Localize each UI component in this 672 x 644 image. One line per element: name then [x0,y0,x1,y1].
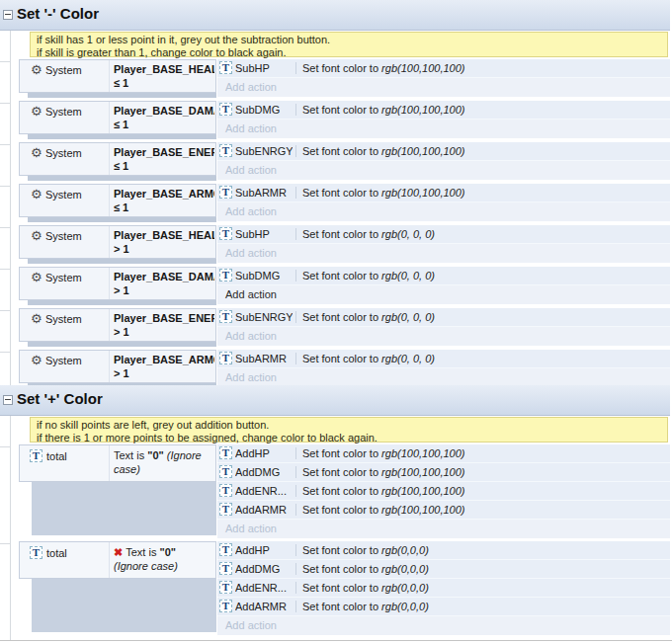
add-action-link[interactable]: Add action [217,244,670,263]
text-object-icon: T [219,600,232,612]
condition-shadow [28,342,216,347]
condition-text: Player_BASE_HEALTH ≤ 1 [114,62,214,90]
action-text: Set font color to rgb(100,100,100) [302,466,465,478]
action-row[interactable]: T SubHP Set font color to rgb(0, 0, 0) [217,225,670,244]
condition-object: ⚙ System [20,351,110,382]
sheet-bottom-divider [0,640,672,641]
action-object-name: SubDMG [235,270,293,282]
condition-text: Player_BASE_HEALTH > 1 [114,228,214,256]
action-row[interactable]: T SubENRGY Set font color to rgb(100,100… [217,142,670,161]
action-row[interactable]: T SubARMR Set font color to rgb(0, 0, 0) [217,350,670,368]
action-text: Set font color to rgb(0,0,0) [302,544,429,556]
text-object-icon: T [219,310,232,323]
condition-object-name: System [45,106,82,118]
condition-object-name: total [46,450,67,462]
text-object-icon: T [219,484,232,497]
condition-cell[interactable]: T total Text is "0" (Ignore case) [19,444,216,482]
condition-object-name: System [45,313,82,325]
event-row: ⚙ System Player_BASE_DAMAGE ≤ 1 T SubDMG… [0,101,672,142]
condition-shadow [28,134,216,139]
add-action-link[interactable]: Add action [217,616,670,635]
text-object-icon: T [219,269,232,282]
condition-object: T total [20,542,110,578]
action-row[interactable]: T SubDMG Set font color to rgb(100,100,1… [217,101,670,120]
action-row[interactable]: T SubDMG Set font color to rgb(0, 0, 0) [217,267,670,285]
event-row: ⚙ System Player_BASE_ENERGY ≤ 1 T SubENR… [0,142,672,184]
action-text: Set font color to rgb(0, 0, 0) [302,353,435,364]
condition-cell[interactable]: ⚙ System Player_BASE_HEALTH ≤ 1 [19,59,216,93]
action-object-name: SubENRGY [235,145,293,157]
comment-block[interactable]: if no skill points are left, grey out ad… [30,417,668,443]
comment-block[interactable]: if skill has 1 or less point in it, grey… [30,32,668,57]
condition-cell[interactable]: ⚙ System Player_BASE_HEALTH > 1 [19,225,216,259]
text-object-icon: T [219,562,232,575]
condition-cell[interactable]: ⚙ System Player_BASE_ARMOR > 1 [19,350,216,383]
condition-cell[interactable]: ⚙ System Player_BASE_DAMAGE > 1 [19,267,216,300]
action-row[interactable]: T SubHP Set font color to rgb(100,100,10… [217,59,670,78]
text-object-icon: T [30,449,42,462]
event-block: T total Text is "0" (Ignore case) T AddH… [0,444,672,538]
action-divider [295,582,296,594]
collapse-icon[interactable] [3,10,13,20]
condition-text: Player_BASE_ENERGY > 1 [114,311,214,339]
action-object-name: AddHP [235,544,293,556]
add-action-link[interactable]: Add action [217,520,670,538]
action-divider [295,270,296,282]
action-row[interactable]: T AddDMG Set font color to rgb(0,0,0) [217,560,670,579]
condition-cell[interactable]: ⚙ System Player_BASE_ENERGY > 1 [19,308,216,342]
action-divider [295,228,296,240]
add-action-link[interactable]: Add action [217,202,670,221]
action-object-name: SubARMR [235,353,293,364]
condition-text: Player_BASE_DAMAGE ≤ 1 [114,104,214,131]
action-divider [295,601,296,612]
condition-object: ⚙ System [20,226,110,258]
text-object-icon: T [219,465,232,478]
add-action-link[interactable]: Add action [217,285,670,304]
condition-object-name: System [45,230,82,242]
action-object-name: SubHP [235,62,293,74]
action-row[interactable]: T AddDMG Set font color to rgb(100,100,1… [217,463,670,482]
condition-object-name: System [45,272,82,283]
action-text: Set font color to rgb(100,100,100) [302,447,465,459]
condition-object-name: System [45,64,82,76]
add-action-link[interactable]: Add action [217,327,670,346]
event-row: ⚙ System Player_BASE_DAMAGE > 1 T SubDMG… [0,267,672,308]
condition-object-name: total [46,547,67,559]
condition-shadow [28,93,216,98]
action-row[interactable]: T AddHP Set font color to rgb(0,0,0) [217,541,670,560]
action-text: Set font color to rgb(0, 0, 0) [302,311,435,323]
system-gear-icon: ⚙ [31,311,42,326]
system-gear-icon: ⚙ [31,62,42,77]
condition-text: Player_BASE_ENERGY ≤ 1 [114,145,214,173]
action-row[interactable]: T SubARMR Set font color to rgb(100,100,… [217,184,670,202]
condition-cell[interactable]: ⚙ System Player_BASE_ENERGY ≤ 1 [19,142,216,176]
action-divider [295,563,296,575]
text-object-icon: T [219,144,232,157]
action-divider [295,311,296,323]
action-divider [295,466,296,478]
action-text: Set font color to rgb(0,0,0) [302,563,429,575]
condition-cell[interactable]: T total ✖Text is "0" (Ignore case) [19,541,216,579]
group-title: Set '+' Color [17,390,103,407]
condition-text: Player_BASE_DAMAGE > 1 [114,270,214,297]
condition-cell[interactable]: ⚙ System Player_BASE_DAMAGE ≤ 1 [19,101,216,134]
event-row: ⚙ System Player_BASE_HEALTH ≤ 1 T SubHP … [0,59,672,101]
action-row[interactable]: T AddARMR Set font color to rgb(0,0,0) [217,598,670,616]
group-header-set-plus-color[interactable]: Set '+' Color [0,385,670,416]
action-row[interactable]: T AddENR... Set font color to rgb(0,0,0) [217,579,670,598]
action-row[interactable]: T AddENR... Set font color to rgb(100,10… [217,482,670,501]
system-gear-icon: ⚙ [31,187,42,201]
add-action-link[interactable]: Add action [217,120,670,138]
condition-text: Player_BASE_ARMOR > 1 [114,353,214,380]
condition-cell[interactable]: ⚙ System Player_BASE_ARMOR ≤ 1 [19,184,216,217]
collapse-icon[interactable] [3,395,13,405]
add-action-link[interactable]: Add action [217,161,670,180]
system-gear-icon: ⚙ [31,228,42,243]
add-action-link[interactable]: Add action [217,78,670,97]
action-row[interactable]: T AddHP Set font color to rgb(100,100,10… [217,444,670,463]
action-text: Set font color to rgb(100,100,100) [302,62,465,74]
group-header-set-minus-color[interactable]: Set '-' Color [0,0,670,31]
action-row[interactable]: T AddARMR Set font color to rgb(100,100,… [217,501,670,520]
action-row[interactable]: T SubENRGY Set font color to rgb(0, 0, 0… [217,308,670,327]
system-gear-icon: ⚙ [31,353,42,367]
